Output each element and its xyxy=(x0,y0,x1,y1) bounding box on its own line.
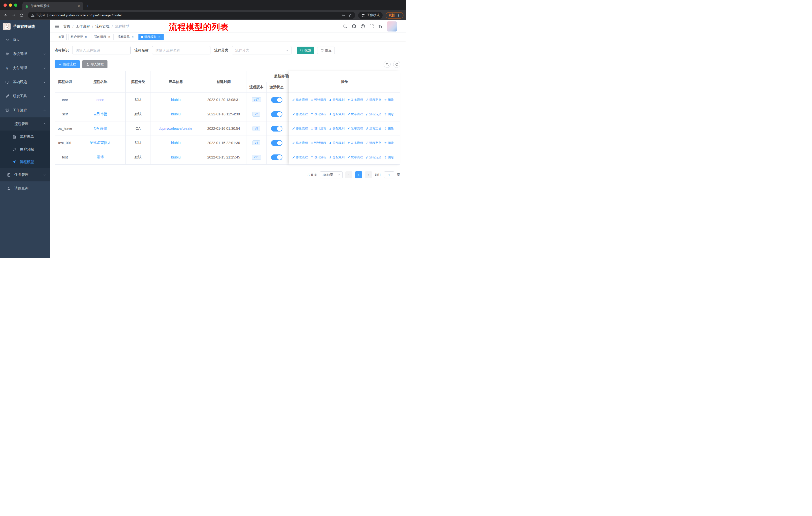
action-publish-link[interactable]: 发布流程 xyxy=(347,155,363,160)
current-page-button[interactable]: 1 xyxy=(355,171,362,179)
process-name-link[interactable]: 自己审批 xyxy=(93,112,108,116)
sidebar-item-leave-query[interactable]: 请假查询 xyxy=(0,182,50,195)
action-assign-rule-link[interactable]: 分配规则 xyxy=(329,155,345,160)
tag-process-model[interactable]: 流程模型 × xyxy=(139,34,164,40)
refresh-table-button[interactable] xyxy=(393,61,400,68)
security-chip[interactable]: 不安全 xyxy=(31,13,45,18)
breadcrumb-item[interactable]: 流程管理 xyxy=(95,24,110,29)
action-delete-link[interactable]: 删除 xyxy=(384,141,394,145)
fullscreen-icon[interactable] xyxy=(369,24,374,29)
sidebar-collapse-icon[interactable] xyxy=(50,24,63,29)
sidebar-item-process-form[interactable]: 流程表单 xyxy=(0,131,50,143)
process-id-input[interactable] xyxy=(72,46,130,54)
back-icon[interactable] xyxy=(2,12,9,19)
form-info-link[interactable]: biubiu xyxy=(171,112,180,116)
close-window-button[interactable] xyxy=(3,3,7,7)
action-definition-link[interactable]: 流程定义 xyxy=(366,155,381,160)
action-definition-link[interactable]: 流程定义 xyxy=(366,127,381,131)
tag-home[interactable]: 首页 xyxy=(56,34,67,40)
tag-process-form[interactable]: 流程表单 × xyxy=(115,34,137,40)
action-publish-link[interactable]: 发布流程 xyxy=(347,112,363,116)
browser-update-button[interactable]: 更新 ⋮ xyxy=(386,12,404,19)
import-process-button[interactable]: 导入流程 xyxy=(82,60,108,68)
sidebar-item-dev-tools[interactable]: 研发工具 xyxy=(0,89,50,103)
prev-page-button[interactable] xyxy=(345,171,352,179)
breadcrumb-item[interactable]: 工作流程 xyxy=(76,24,90,29)
reload-icon[interactable] xyxy=(18,12,25,19)
action-delete-link[interactable]: 删除 xyxy=(384,127,394,131)
sidebar-item-user-group[interactable]: 用户分组 xyxy=(0,143,50,156)
next-page-button[interactable] xyxy=(365,171,372,179)
form-info-link[interactable]: biubiu xyxy=(171,155,180,159)
help-icon[interactable] xyxy=(360,24,365,29)
process-name-link[interactable]: eeee xyxy=(96,98,104,102)
bookmark-star-icon[interactable] xyxy=(348,13,352,17)
action-publish-link[interactable]: 发布流程 xyxy=(347,127,363,131)
browser-tab[interactable]: 芋道管理系统 × xyxy=(22,2,83,10)
address-bar[interactable]: 不安全 dashboard.yudao.iocoder.cn/bpm/manag… xyxy=(28,12,355,19)
action-definition-link[interactable]: 流程定义 xyxy=(366,112,381,116)
action-modify-link[interactable]: 修改流程 xyxy=(292,127,308,131)
action-modify-link[interactable]: 修改流程 xyxy=(292,155,308,160)
active-status-toggle[interactable] xyxy=(271,126,283,132)
minimize-window-button[interactable] xyxy=(9,3,12,7)
toggle-search-button[interactable] xyxy=(384,61,390,68)
action-delete-link[interactable]: 删除 xyxy=(384,112,394,116)
form-info-link[interactable]: biubiu xyxy=(171,98,180,102)
action-definition-link[interactable]: 流程定义 xyxy=(366,98,381,102)
close-icon[interactable]: × xyxy=(157,35,161,39)
search-icon[interactable] xyxy=(343,24,348,29)
sidebar-item-infrastructure[interactable]: 基础设施 xyxy=(0,75,50,89)
sidebar-item-payment-mgmt[interactable]: ¥ 支付管理 xyxy=(0,61,50,75)
reset-button[interactable]: 重置 xyxy=(317,47,335,54)
action-delete-link[interactable]: 删除 xyxy=(384,155,394,160)
active-status-toggle[interactable] xyxy=(271,111,283,117)
action-delete-link[interactable]: 删除 xyxy=(384,98,394,102)
action-definition-link[interactable]: 流程定义 xyxy=(366,141,381,145)
process-name-input[interactable] xyxy=(152,46,210,54)
form-info-link[interactable]: biubiu xyxy=(171,141,180,145)
active-status-toggle[interactable] xyxy=(271,155,283,160)
tab-close-icon[interactable]: × xyxy=(77,4,81,8)
action-design-link[interactable]: 设计流程 xyxy=(311,112,326,116)
category-select[interactable]: 流程分类 xyxy=(232,46,291,54)
sidebar-item-process-model[interactable]: 流程模型 xyxy=(0,156,50,168)
process-name-link[interactable]: OA 请假 xyxy=(94,126,107,131)
action-assign-rule-link[interactable]: 分配规则 xyxy=(329,98,345,102)
close-icon[interactable]: × xyxy=(131,35,135,39)
process-name-link[interactable]: 测试多审批人 xyxy=(90,141,111,145)
action-design-link[interactable]: 设计流程 xyxy=(311,141,326,145)
user-avatar[interactable] xyxy=(387,21,397,31)
sidebar-item-system-mgmt[interactable]: 系统管理 xyxy=(0,47,50,61)
action-publish-link[interactable]: 发布流程 xyxy=(347,98,363,102)
new-tab-icon[interactable]: + xyxy=(84,2,91,9)
create-process-button[interactable]: 新建流程 xyxy=(55,60,80,68)
action-design-link[interactable]: 设计流程 xyxy=(311,127,326,131)
action-modify-link[interactable]: 修改流程 xyxy=(292,112,308,116)
font-size-icon[interactable] xyxy=(378,24,383,29)
forward-icon[interactable] xyxy=(10,12,17,19)
sidebar-item-workflow[interactable]: 工作流程 xyxy=(0,103,50,117)
breadcrumb-item[interactable]: 首页 xyxy=(63,24,70,29)
page-size-select[interactable]: 10条/页 xyxy=(320,171,343,179)
form-info-link[interactable]: /bpm/oa/leave/create xyxy=(159,127,192,131)
goto-page-input[interactable] xyxy=(384,171,394,179)
action-assign-rule-link[interactable]: 分配规则 xyxy=(329,127,345,131)
zoom-window-button[interactable] xyxy=(14,3,18,7)
active-status-toggle[interactable] xyxy=(271,97,283,103)
action-assign-rule-link[interactable]: 分配规则 xyxy=(329,112,345,116)
action-publish-link[interactable]: 发布流程 xyxy=(347,141,363,145)
process-name-link[interactable]: 滔博 xyxy=(97,155,104,160)
key-icon[interactable] xyxy=(342,13,345,17)
search-button[interactable]: 搜索 xyxy=(297,47,314,54)
tag-tenant-mgmt[interactable]: 租户管理 × xyxy=(68,34,90,40)
action-assign-rule-link[interactable]: 分配规则 xyxy=(329,141,345,145)
action-modify-link[interactable]: 修改流程 xyxy=(292,98,308,102)
github-icon[interactable] xyxy=(352,24,356,29)
browser-menu-icon[interactable]: ⋮ xyxy=(397,13,401,17)
tag-my-process[interactable]: 我的流程 × xyxy=(92,34,114,40)
sidebar-item-home[interactable]: 首页 xyxy=(0,33,50,47)
sidebar-item-task-mgmt[interactable]: 任务管理 xyxy=(0,168,50,182)
active-status-toggle[interactable] xyxy=(271,140,283,146)
action-modify-link[interactable]: 修改流程 xyxy=(292,141,308,145)
